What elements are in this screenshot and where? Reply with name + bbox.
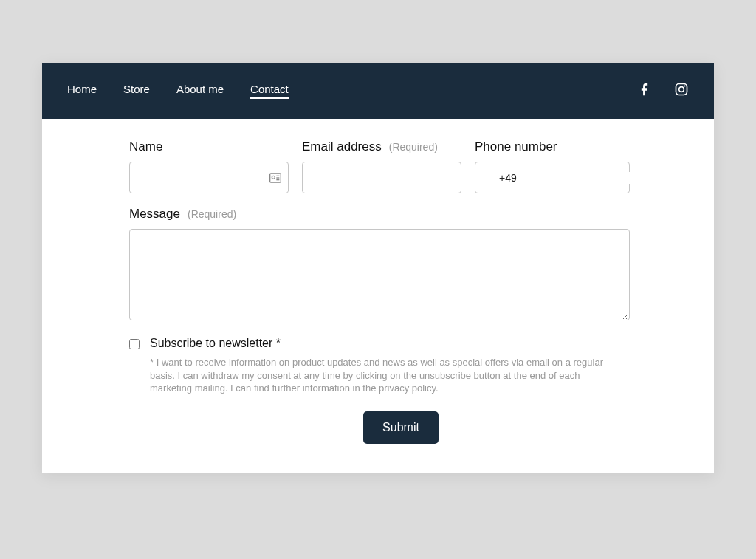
nav-home[interactable]: Home <box>67 83 97 99</box>
phone-input-wrap: +49 <box>475 162 630 193</box>
email-input[interactable] <box>302 162 461 193</box>
phone-prefix: +49 <box>499 172 517 184</box>
page-container: Home Store About me Contact Name <box>42 63 714 473</box>
contact-card-icon <box>269 173 281 183</box>
name-label: Name <box>129 140 162 154</box>
message-field-group: Message (Required) <box>129 207 630 320</box>
phone-input[interactable] <box>523 172 652 184</box>
newsletter-fineprint: * I want to receive information on produ… <box>150 356 608 395</box>
newsletter-checkbox[interactable] <box>129 339 140 349</box>
email-field-group: Email address (Required) <box>302 140 461 193</box>
facebook-link[interactable] <box>637 82 652 100</box>
svg-point-2 <box>684 85 686 86</box>
email-label: Email address <box>302 140 382 154</box>
main-nav: Home Store About me Contact <box>67 83 289 99</box>
phone-field-group: Phone number +49 <box>475 140 630 193</box>
email-required-hint: (Required) <box>389 141 438 153</box>
newsletter-row: Subscribe to newsletter * <box>129 337 673 350</box>
social-links <box>637 82 689 100</box>
message-required-hint: (Required) <box>188 208 236 220</box>
svg-point-1 <box>679 87 684 92</box>
nav-contact[interactable]: Contact <box>250 83 289 99</box>
facebook-icon <box>637 82 652 97</box>
name-field-group: Name <box>129 140 289 193</box>
phone-label: Phone number <box>475 140 557 154</box>
svg-point-4 <box>272 176 275 179</box>
message-textarea[interactable] <box>129 229 630 320</box>
instagram-icon <box>674 82 689 97</box>
nav-store[interactable]: Store <box>123 83 150 99</box>
instagram-link[interactable] <box>674 82 689 100</box>
submit-button[interactable]: Submit <box>363 411 439 444</box>
message-label: Message <box>129 207 180 222</box>
nav-about-me[interactable]: About me <box>176 83 224 99</box>
site-header: Home Store About me Contact <box>42 63 714 119</box>
newsletter-label: Subscribe to newsletter * <box>150 337 281 350</box>
name-input[interactable] <box>129 162 289 193</box>
contact-form: Name Email address (Required) Phone numb… <box>42 119 714 473</box>
